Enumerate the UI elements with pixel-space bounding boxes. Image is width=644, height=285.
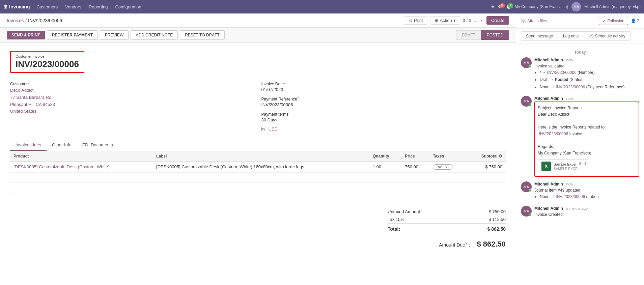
- inv-ref-link[interactable]: INV/2023/00006: [539, 132, 568, 136]
- tab-edi-documents[interactable]: EDI Documents: [77, 140, 118, 151]
- chatter-date: Today: [521, 50, 639, 55]
- user-icon: 👤: [631, 19, 636, 23]
- msg-title-3: Journal Item #49 updated: [534, 188, 580, 193]
- address-line3: United States: [10, 109, 36, 114]
- tab-invoice-lines[interactable]: Invoice Lines: [10, 140, 47, 151]
- address-line2: Pleasant Hill CA 94523: [10, 102, 55, 107]
- customer-name-link[interactable]: Deco Addict: [10, 88, 33, 93]
- tab-other-info[interactable]: Other Info: [47, 140, 77, 151]
- print-icon: 🖨: [408, 18, 413, 23]
- chat-icon[interactable]: 💬 5: [498, 4, 503, 9]
- online-indicator: [529, 65, 531, 68]
- chatter-actions: Send message Log note 🕐 Schedule activit…: [516, 29, 644, 44]
- currency-value: USD: [268, 126, 277, 132]
- msg-avatar-4: MA: [521, 206, 532, 217]
- menu-vendors[interactable]: Vendors: [62, 3, 85, 11]
- untaxed-label: Untaxed Amount:: [388, 209, 421, 214]
- bullet-3-0: None → INV/2023/00006 (Label): [540, 194, 639, 200]
- topnav-right: ★ 💬 5 🕐 5 My Company (San Francisco) MA …: [491, 2, 641, 11]
- inv-link-3[interactable]: INV/2023/00006: [556, 194, 585, 199]
- menu-customers[interactable]: Customers: [33, 3, 61, 11]
- preview-button[interactable]: PREVIEW: [100, 30, 129, 40]
- send-print-button[interactable]: SEND & PRINT: [7, 31, 45, 39]
- avatar[interactable]: MA: [571, 2, 581, 11]
- msg-time-2: now: [566, 96, 573, 101]
- amount-due-section: Amount Due? : $ 862.50: [0, 240, 516, 255]
- currency-field: in USD: [261, 126, 506, 132]
- subtotal-settings-icon[interactable]: ⚙: [499, 154, 502, 159]
- row-taxes: Tax 15%: [429, 162, 467, 173]
- next-button[interactable]: ›: [479, 17, 484, 24]
- user-name[interactable]: Mitchell Admin (magentoy_vkp): [584, 4, 641, 9]
- company-name[interactable]: My Company (San Francisco): [515, 4, 568, 9]
- chatter-message-2: MA Mitchell Admin now Subject: Invoice R…: [521, 96, 639, 177]
- reset-to-draft-button[interactable]: RESET TO DRAFT: [180, 30, 225, 40]
- content-area: Invoices / INV/2023/00006 🖨 Print ⚙ Acti…: [0, 13, 516, 285]
- bullet-1-1: Draft → Posted (Status): [540, 77, 639, 83]
- tax-label: Tax 15%:: [388, 217, 405, 222]
- msg-avatar-2: MA: [521, 96, 532, 107]
- invoice-dates: Invoice Date? 01/07/2023 Payment Referen…: [261, 81, 506, 132]
- invoice-fields: Customer? Deco Addict 77 Santa Barbara R…: [10, 81, 506, 132]
- msg-avatar-3: MA: [521, 181, 532, 192]
- amount-due-value: $ 862.50: [477, 240, 506, 249]
- msg-content-2: Subject: Invoice Reports Dear Deco Addic…: [534, 102, 639, 177]
- msg-content-1: Invoice validated / → INV/2023/00006 (Nu…: [534, 63, 639, 90]
- following-button[interactable]: ✓ Following: [599, 17, 628, 25]
- msg-regards: Regards,: [538, 144, 636, 150]
- row-quantity: 1.00: [369, 162, 401, 173]
- status-posted[interactable]: POSTED: [481, 30, 509, 40]
- download-attachment-icon[interactable]: ⬇: [584, 161, 587, 167]
- add-credit-note-button[interactable]: ADD CREDIT NOTE: [131, 30, 178, 40]
- app-name[interactable]: Invoicing: [9, 4, 30, 9]
- send-message-button[interactable]: Send message: [521, 31, 558, 41]
- paperclip-icon: 📎: [521, 19, 526, 23]
- attachment-sublabel: SAMPLE EXCEL: [554, 167, 579, 171]
- col-label: Label: [153, 151, 369, 162]
- inv-link-2[interactable]: INV/2023/00006: [556, 85, 585, 89]
- topnav: ⊞ Invoicing Customers Vendors Reporting …: [0, 0, 644, 13]
- delete-attachment-icon[interactable]: 🗑: [579, 161, 582, 167]
- star-icon[interactable]: ★: [491, 4, 495, 9]
- activity-badge: 5: [508, 3, 513, 8]
- excel-attachment[interactable]: X Sample Excel SAMPLE EXCEL 🗑 ⬇: [538, 159, 588, 173]
- menu-reporting[interactable]: Reporting: [85, 3, 111, 11]
- status-draft[interactable]: DRAFT: [456, 30, 481, 40]
- action-button[interactable]: ⚙ Action ▾: [430, 16, 460, 25]
- prev-button[interactable]: ‹: [473, 17, 477, 24]
- msg-header-4: Mitchell Admin a minute ago: [534, 206, 639, 211]
- register-payment-button[interactable]: REGISTER PAYMENT: [47, 30, 98, 40]
- check-icon: ✓: [603, 19, 606, 23]
- pagination-label: 3 / 3: [463, 18, 471, 23]
- schedule-activity-button[interactable]: 🕐 Schedule activity: [584, 31, 631, 41]
- total-label: Total:: [388, 226, 400, 232]
- attachment-actions: 🗑 ⬇: [579, 161, 587, 167]
- inv-link-1[interactable]: INV/2023/00006: [547, 70, 577, 75]
- topnav-menu: Customers Vendors Reporting Configuratio…: [33, 3, 488, 11]
- msg-content-3: Journal Item #49 updated None → INV/2023…: [534, 187, 639, 200]
- tabs: Invoice Lines Other Info EDI Documents: [10, 140, 506, 151]
- toolbar: SEND & PRINT REGISTER PAYMENT PREVIEW AD…: [0, 28, 516, 43]
- attach-files-button[interactable]: 📎 Attach files: [521, 19, 547, 23]
- msg-author-3: Mitchell Admin: [534, 182, 563, 187]
- online-indicator-4: [529, 213, 531, 216]
- log-note-button[interactable]: Log note: [558, 31, 584, 41]
- customer-field: Customer? Deco Addict 77 Santa Barbara R…: [10, 81, 255, 132]
- table-row: [DESK0005] Customizable Desk (Custom, Wh…: [10, 162, 506, 173]
- chatter-message-4: MA Mitchell Admin a minute ago Invoice C…: [521, 206, 639, 218]
- payment-ref-field: Payment Reference? INV/2023/00006: [261, 96, 299, 107]
- bullet-1-2: None → INV/2023/00006 (Payment Reference…: [540, 84, 639, 90]
- menu-configuration[interactable]: Configuration: [112, 3, 144, 11]
- msg-time-4: a minute ago: [566, 206, 588, 210]
- app-logo[interactable]: ⊞ Invoicing: [3, 4, 30, 9]
- table-header: Product Label Quantity Price Taxes Subto…: [10, 151, 506, 162]
- create-button[interactable]: Create: [486, 16, 509, 25]
- msg-body-4: Mitchell Admin a minute ago Invoice Crea…: [534, 206, 639, 218]
- row-product[interactable]: [DESK0005] Customizable Desk (Custom, Wh…: [10, 162, 153, 173]
- activity-icon[interactable]: 🕐 5: [506, 4, 511, 9]
- msg-body-3: Mitchell Admin now Journal Item #49 upda…: [534, 181, 639, 201]
- breadcrumb-parent[interactable]: Invoices: [7, 18, 24, 23]
- pagination: 3 / 3 ‹ ›: [463, 17, 484, 24]
- print-button[interactable]: 🖨 Print: [404, 16, 427, 25]
- tax-value: $ 112.50: [488, 217, 506, 222]
